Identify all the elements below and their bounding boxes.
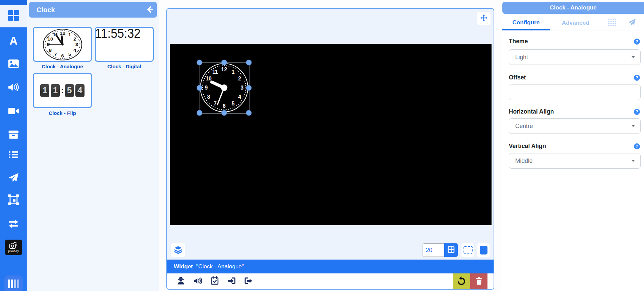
- grid-icon: [448, 246, 455, 254]
- sidebar-item-queue[interactable]: [0, 273, 27, 291]
- swap-arrows-icon: [8, 220, 19, 229]
- theme-select[interactable]: Light: [509, 49, 641, 65]
- trash-icon: [475, 276, 483, 286]
- help-icon[interactable]: ?: [634, 75, 640, 81]
- vertical-align-value: Middle: [515, 157, 533, 165]
- stage-toolbar: [167, 241, 494, 260]
- svg-text:12: 12: [59, 31, 66, 35]
- resize-handle-bottom-left[interactable]: [197, 110, 202, 116]
- volume-icon: [8, 82, 19, 93]
- sidebar-item-archive[interactable]: [0, 124, 27, 146]
- paper-plane-icon: [628, 18, 636, 28]
- svg-text:9: 9: [205, 84, 208, 91]
- widgets-grid-icon: [7, 9, 20, 23]
- widget-status-bar: Widget "Clock - Analogue": [167, 260, 494, 273]
- resize-handle-left[interactable]: [197, 85, 202, 91]
- library-item-clock-analogue[interactable]: 123456789101112: [33, 27, 92, 62]
- widget-bar-name: "Clock - Analogue": [196, 263, 244, 270]
- transition-in-button[interactable]: [226, 274, 237, 288]
- pixabay-label: pixabay: [8, 249, 19, 253]
- horizontal-align-value: Centre: [515, 123, 533, 130]
- resize-handle-top-right[interactable]: [246, 60, 252, 66]
- flip-digit: 5: [65, 84, 74, 97]
- fit-screen-button[interactable]: [461, 243, 474, 257]
- sidebar-item-pixabay[interactable]: pixabay: [0, 237, 27, 258]
- chevron-down-icon: [631, 160, 635, 162]
- help-icon[interactable]: ?: [634, 143, 640, 149]
- svg-text:5: 5: [232, 100, 235, 106]
- library-item-clock-digital[interactable]: 11:55:32: [95, 27, 154, 62]
- library-header: Clock: [29, 2, 157, 18]
- tab-configure[interactable]: Configure: [502, 16, 550, 30]
- selected-widget-clock-analogue[interactable]: 123456789101112: [199, 62, 249, 114]
- help-icon[interactable]: ?: [634, 109, 640, 115]
- horizontal-align-select[interactable]: Centre: [509, 118, 641, 134]
- resize-handle-bottom[interactable]: [221, 110, 227, 116]
- resize-handle-top-left[interactable]: [197, 60, 202, 66]
- resize-handle-right[interactable]: [246, 85, 252, 91]
- analogue-clock-widget: 123456789101112: [199, 62, 249, 114]
- resize-handle-bottom-right[interactable]: [246, 110, 252, 116]
- sidebar-item-frame[interactable]: [0, 190, 27, 211]
- layers-icon: [174, 245, 183, 255]
- widget-audio-button[interactable]: [193, 274, 203, 288]
- library-item-label: Clock - Flip: [33, 110, 92, 116]
- grid-size-input[interactable]: [423, 243, 444, 257]
- sidebar-item-image[interactable]: [0, 53, 27, 75]
- undo-button[interactable]: [453, 273, 470, 289]
- digital-clock-thumbnail: 11:55:32: [95, 27, 149, 40]
- svg-text:7: 7: [54, 52, 57, 57]
- flip-digit: 1: [40, 84, 49, 97]
- frame-icon: [8, 194, 19, 207]
- text-tool-icon: A: [9, 35, 18, 46]
- tab-grid[interactable]: [601, 16, 622, 30]
- svg-text:2: 2: [73, 37, 76, 41]
- display-preview[interactable]: 123456789101112: [170, 44, 492, 225]
- tab-advanced[interactable]: Advanced: [550, 16, 601, 30]
- pixabay-icon: pixabay: [5, 240, 22, 255]
- svg-text:7: 7: [214, 100, 217, 106]
- volume-icon: [193, 277, 202, 286]
- transition-out-button[interactable]: [243, 274, 254, 288]
- field-label-horizontal-align: Horizontal Align: [509, 108, 554, 115]
- undo-icon: [457, 276, 466, 287]
- schedule-button[interactable]: [210, 274, 220, 288]
- help-icon[interactable]: ?: [634, 39, 640, 45]
- analogue-clock-thumbnail: 123456789101112: [42, 28, 83, 61]
- svg-text:12: 12: [221, 66, 227, 72]
- solid-screen-button[interactable]: [477, 243, 490, 257]
- sidebar-item-text[interactable]: A: [0, 30, 27, 51]
- dotted-grid-icon: [608, 18, 616, 28]
- paper-plane-icon: [8, 172, 19, 185]
- svg-text:6: 6: [61, 53, 64, 58]
- sidebar-item-video[interactable]: [0, 101, 27, 122]
- sidebar-item-transitions[interactable]: [0, 214, 27, 235]
- sidebar-item-widgets[interactable]: [0, 5, 27, 27]
- archive-box-icon: [8, 130, 19, 141]
- video-camera-icon: [8, 107, 19, 117]
- snap-grid-button[interactable]: [444, 243, 458, 257]
- incognito-button[interactable]: [176, 274, 186, 288]
- library-item-label: Clock - Digital: [95, 64, 154, 69]
- svg-text:1: 1: [68, 32, 71, 37]
- vertical-align-select[interactable]: Middle: [509, 153, 641, 169]
- svg-text:1: 1: [232, 69, 235, 75]
- resize-handle-top[interactable]: [221, 60, 227, 66]
- layers-button[interactable]: [171, 243, 185, 257]
- sidebar-item-send[interactable]: [0, 168, 27, 189]
- collapse-panel-button[interactable]: [142, 2, 157, 17]
- library-item-label: Clock - Analogue: [33, 64, 92, 69]
- stage[interactable]: 123456789101112: [167, 9, 494, 241]
- svg-text:10: 10: [206, 75, 212, 81]
- inspector-body: Theme ? Light Offset ? Horizontal Align …: [509, 30, 641, 169]
- sidebar-item-audio[interactable]: [0, 77, 27, 99]
- move-canvas-button[interactable]: [477, 12, 491, 25]
- delete-widget-button[interactable]: [470, 273, 487, 289]
- dashed-rectangle-icon: [463, 246, 473, 254]
- offset-input[interactable]: [509, 84, 641, 100]
- flip-digit: 4: [75, 84, 85, 97]
- sidebar-top-strip: [0, 0, 27, 5]
- sidebar-item-playlist[interactable]: [0, 144, 27, 166]
- library-item-clock-flip[interactable]: 1 1 : 5 4: [33, 73, 92, 108]
- tab-send[interactable]: [622, 16, 642, 30]
